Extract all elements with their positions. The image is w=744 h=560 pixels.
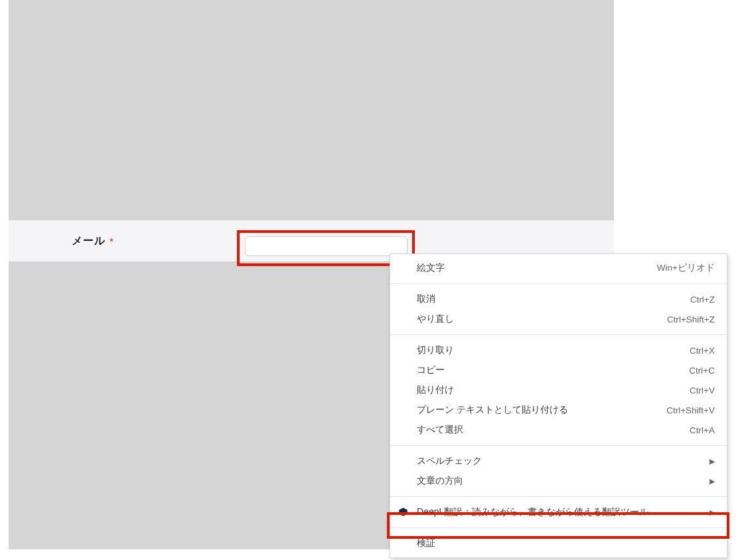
menu-item-label: やり直し [417, 313, 454, 325]
menu-item-shortcut: Ctrl+A [690, 425, 715, 435]
menu-separator [390, 283, 727, 284]
email-input[interactable] [245, 236, 408, 256]
menu-item-label: コピー [417, 364, 445, 376]
menu-item-shortcut: Win+ピリオド [657, 262, 715, 274]
menu-item-label: すべて選択 [417, 424, 463, 436]
menu-separator [390, 496, 727, 497]
menu-separator [390, 334, 727, 335]
menu-item-emoji[interactable]: 絵文字 Win+ピリオド [390, 258, 727, 278]
menu-item-select-all[interactable]: すべて選択 Ctrl+A [390, 420, 727, 440]
menu-item-label: DeepL翻訳：読みながら、書きながら使える翻訳ツール [417, 506, 648, 518]
menu-item-label: 貼り付け [417, 384, 454, 396]
menu-item-label: 絵文字 [417, 262, 445, 274]
menu-item-cut[interactable]: 切り取り Ctrl+X [390, 340, 727, 360]
placeholder-panel-top [9, 0, 614, 220]
menu-item-shortcut: Ctrl+Z [690, 295, 715, 305]
menu-item-shortcut: Ctrl+Shift+Z [667, 315, 715, 324]
menu-item-shortcut: Ctrl+C [689, 366, 715, 376]
menu-item-paste-plain[interactable]: プレーン テキストとして貼り付ける Ctrl+Shift+V [390, 400, 727, 420]
menu-item-paste[interactable]: 貼り付け Ctrl+V [390, 380, 727, 400]
menu-item-text-direction[interactable]: 文章の方向 ▶ [390, 471, 727, 491]
email-label-text: メール [72, 234, 106, 248]
submenu-arrow-icon: ▶ [702, 508, 715, 517]
menu-item-shortcut: Ctrl+X [690, 346, 715, 356]
menu-item-label: スペルチェック [417, 455, 482, 467]
submenu-arrow-icon: ▶ [702, 457, 715, 466]
menu-item-inspect[interactable]: 検証 [390, 533, 727, 553]
menu-item-label: プレーン テキストとして貼り付ける [417, 404, 568, 416]
menu-item-shortcut: Ctrl+V [690, 385, 715, 395]
menu-item-redo[interactable]: やり直し Ctrl+Shift+Z [390, 309, 727, 329]
menu-item-label: 検証 [417, 537, 435, 549]
menu-item-shortcut: Ctrl+Shift+V [666, 405, 715, 415]
menu-item-label: 取消 [417, 293, 435, 305]
deepl-icon [398, 507, 409, 518]
required-asterisk: * [110, 236, 114, 247]
email-field-label: メール * [72, 234, 114, 248]
menu-item-label: 切り取り [417, 344, 454, 356]
menu-item-label: 文章の方向 [417, 475, 463, 487]
menu-item-spellcheck[interactable]: スペルチェック ▶ [390, 451, 727, 471]
menu-separator [390, 445, 727, 446]
svg-marker-0 [399, 508, 408, 516]
menu-separator [390, 527, 727, 528]
menu-item-deepl[interactable]: DeepL翻訳：読みながら、書きながら使える翻訳ツール ▶ [390, 502, 727, 522]
menu-item-copy[interactable]: コピー Ctrl+C [390, 360, 727, 380]
submenu-arrow-icon: ▶ [702, 477, 715, 486]
menu-item-undo[interactable]: 取消 Ctrl+Z [390, 289, 727, 309]
context-menu: 絵文字 Win+ピリオド 取消 Ctrl+Z やり直し Ctrl+Shift+Z… [390, 253, 727, 558]
